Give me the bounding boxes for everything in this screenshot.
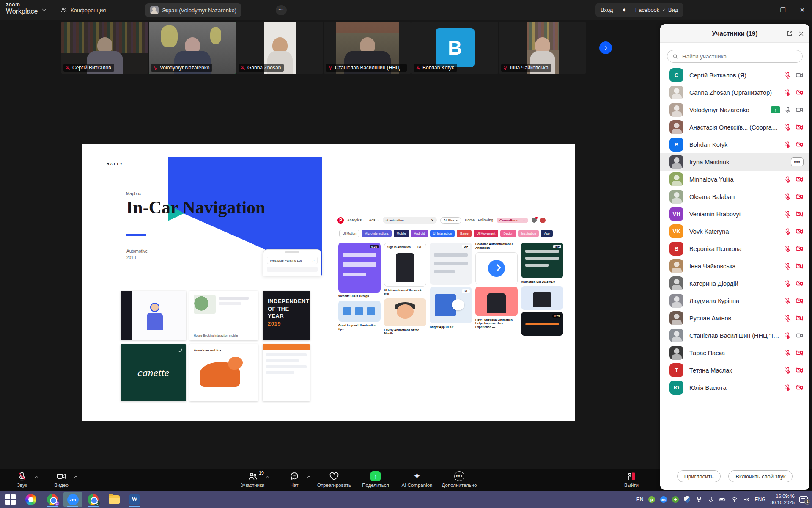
- video-tile[interactable]: Інна Чайковська: [499, 22, 586, 74]
- participant-row[interactable]: Людмила Курінна: [660, 292, 809, 309]
- pinterest-chip[interactable]: Android: [411, 230, 428, 237]
- pinterest-home[interactable]: Home: [465, 218, 475, 222]
- participant-row[interactable]: Volodymyr Nazarenko↑: [660, 101, 809, 119]
- participant-row[interactable]: Руслан Амінов: [660, 309, 809, 327]
- video-tile[interactable]: Сергій Виткалов: [61, 22, 148, 74]
- video-tile[interactable]: Ganna Zhosan: [236, 22, 323, 74]
- video-tile[interactable]: Volodymyr Nazarenko: [149, 22, 236, 74]
- pin-caption[interactable]: How Functional Animation Helps Improve U…: [475, 318, 518, 329]
- taskbar-app-chrome-green[interactable]: c: [84, 492, 102, 507]
- pinterest-chip[interactable]: UI Interaction: [430, 230, 455, 237]
- participant-row[interactable]: BBohdan Kotyk: [660, 136, 809, 153]
- toolbar-more-button[interactable]: •••Дополнительно: [440, 471, 478, 488]
- tray-utorrent-icon[interactable]: µ: [648, 496, 655, 503]
- invite-button[interactable]: Пригласить: [677, 470, 721, 482]
- pinterest-pin[interactable]: [384, 298, 426, 326]
- tray-zoom-tray-icon[interactable]: zm: [660, 496, 667, 503]
- notification-center-icon[interactable]: 1: [799, 496, 808, 503]
- next-videos-button[interactable]: [599, 41, 612, 54]
- minimize-button[interactable]: –: [754, 0, 773, 20]
- pinterest-chip[interactable]: UI Motion: [339, 230, 359, 237]
- portfolio-thumb-poster[interactable]: INDEPENDENTOF THEYEAR2019: [263, 291, 310, 340]
- pinterest-pin[interactable]: [475, 252, 518, 284]
- toolbar-share-button[interactable]: ↑Поделиться: [357, 471, 395, 488]
- restore-button[interactable]: ❐: [773, 0, 793, 20]
- participant-row[interactable]: Ganna Zhosan (Организатор): [660, 84, 809, 101]
- tray-wifi-icon[interactable]: [731, 496, 738, 503]
- taskbar-app-file-explorer[interactable]: [105, 492, 123, 507]
- video-tile[interactable]: Станіслав Василішин (ННЦ...: [324, 22, 411, 74]
- pin-caption[interactable]: Lovely Animations of the Month —: [384, 329, 426, 336]
- pin-caption[interactable]: Bright App UI Kit: [430, 326, 472, 329]
- participant-row[interactable]: Катерина Діордій: [660, 275, 809, 292]
- participant-row[interactable]: ТТетяна Маслак: [660, 362, 809, 379]
- portfolio-thumb-dashboard[interactable]: [263, 344, 310, 401]
- pinterest-pin[interactable]: 0:58: [338, 243, 381, 293]
- participant-row[interactable]: ВВероніка Пєшкова: [660, 240, 809, 257]
- audio-options-chevron[interactable]: [36, 474, 38, 479]
- login-button[interactable]: Вход: [601, 7, 613, 13]
- pinterest-search-input[interactable]: ui animation ✕: [383, 217, 437, 224]
- tray-antivirus-plus-icon[interactable]: +: [672, 496, 679, 503]
- pinterest-notifications-icon[interactable]: [532, 218, 537, 223]
- video-tile[interactable]: B Bohdan Kotyk: [411, 22, 498, 74]
- pinterest-pin[interactable]: GIF: [430, 243, 472, 285]
- toolbar-ai-button[interactable]: ✦AI Companion: [398, 471, 436, 488]
- participant-row[interactable]: CСергій Виткалов (Я): [660, 66, 809, 84]
- taskbar-app-word[interactable]: W: [125, 492, 144, 507]
- language-indicator[interactable]: ENG: [754, 497, 765, 502]
- view-button[interactable]: Вид: [668, 7, 678, 13]
- pinterest-chip[interactable]: UI Movement: [474, 230, 499, 237]
- view-grid-icon[interactable]: [683, 7, 684, 13]
- ai-companion-icon[interactable]: ✦: [621, 6, 627, 14]
- pinterest-chip[interactable]: Microinteractions: [362, 230, 392, 237]
- participant-row[interactable]: Інна Чайковська: [660, 257, 809, 275]
- toolbar-react-button[interactable]: Отреагировать: [315, 471, 353, 488]
- toolbar-leave-button[interactable]: Выйти: [612, 471, 650, 488]
- taskbar-app-browser-ring[interactable]: [22, 492, 40, 507]
- pinterest-chip[interactable]: Inspiration: [518, 230, 539, 237]
- popout-icon[interactable]: [786, 30, 793, 37]
- pinterest-ads[interactable]: Ads ⌄: [369, 218, 379, 222]
- portfolio-thumb-canette[interactable]: canette: [121, 344, 186, 401]
- close-button[interactable]: ✕: [793, 0, 812, 20]
- taskbar-app-zoom[interactable]: zm: [63, 492, 82, 507]
- participants-search[interactable]: [667, 50, 803, 63]
- pinterest-all-pins[interactable]: All Pins: [440, 217, 462, 224]
- participants-search-input[interactable]: [681, 53, 797, 60]
- participant-row[interactable]: VHVeniamin Hrabovyi: [660, 205, 809, 223]
- pin-caption[interactable]: Good to great UI animation tips: [338, 324, 381, 331]
- pinterest-following[interactable]: Following: [478, 218, 493, 222]
- pinterest-chip[interactable]: App: [541, 230, 552, 237]
- pinterest-board-pill[interactable]: CareerFoun... ⌄: [497, 218, 528, 223]
- tray-usb-icon[interactable]: [695, 496, 702, 503]
- tray-microphone-icon[interactable]: [707, 496, 714, 503]
- unmute-self-button[interactable]: Включить свой звук: [728, 470, 793, 482]
- taskbar-app-start[interactable]: [1, 492, 20, 507]
- participant-row[interactable]: Minhalova Yuliia: [660, 171, 809, 188]
- participant-row[interactable]: Oksana Balaban: [660, 188, 809, 205]
- pinterest-chip[interactable]: Design: [500, 230, 516, 237]
- pinterest-pin[interactable]: GIF: [430, 287, 472, 323]
- participants-options-chevron[interactable]: [266, 474, 269, 479]
- pin-caption[interactable]: Boardme Authentication UI Animation: [475, 243, 518, 250]
- toolbar-participants-button[interactable]: 19Участники: [234, 471, 272, 488]
- tab-more-button[interactable]: ⋯: [276, 5, 287, 15]
- close-panel-icon[interactable]: [798, 30, 804, 37]
- language-indicator-left[interactable]: EN: [636, 497, 644, 502]
- pinterest-avatar[interactable]: [540, 218, 546, 223]
- participant-row[interactable]: Станіслав Василішин (ННЦ "Інститут...: [660, 327, 809, 344]
- pinterest-pin[interactable]: [338, 301, 381, 322]
- pinterest-chip[interactable]: Mobile: [394, 230, 409, 237]
- participant-row[interactable]: Тарас Паска: [660, 344, 809, 362]
- participant-row[interactable]: Анастасія Олексіїв... (Соорганизатор): [660, 119, 809, 136]
- tab-screen-share[interactable]: Экран (Volodymyr Nazarenko): [145, 3, 241, 17]
- pin-caption[interactable]: Animation Set 2015 v1.0: [521, 280, 563, 284]
- facebook-menu[interactable]: Facebook: [635, 7, 659, 13]
- pinterest-pin[interactable]: GIF: [521, 243, 563, 278]
- pin-caption[interactable]: UI Interactions of the week #98: [384, 289, 426, 296]
- clear-search-icon[interactable]: ✕: [431, 218, 434, 222]
- pinterest-pin[interactable]: [521, 286, 563, 310]
- tray-volume-icon[interactable]: [743, 496, 750, 503]
- tab-conference[interactable]: Конференция: [55, 3, 111, 17]
